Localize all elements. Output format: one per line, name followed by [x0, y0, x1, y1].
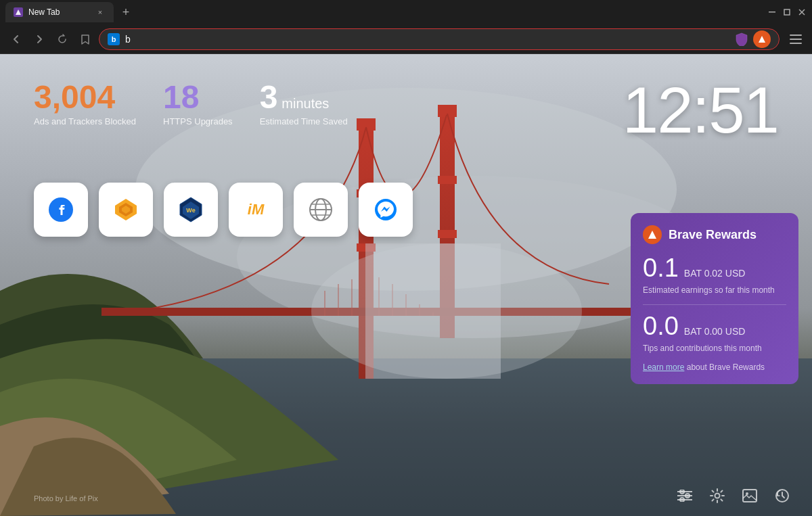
- rewards-tips-number: 0.0: [643, 312, 679, 341]
- history-button[interactable]: [773, 486, 792, 505]
- time-saved-stat: 3 minutes Estimated Time Saved: [260, 81, 348, 126]
- close-button[interactable]: [797, 7, 807, 17]
- restore-button[interactable]: [782, 7, 792, 17]
- quick-icon-wework[interactable]: We: [164, 183, 218, 237]
- rewards-tips-label: Tips and contributions this month: [643, 344, 786, 353]
- quick-icon-facebook[interactable]: [34, 183, 88, 237]
- ads-blocked-stat: 3,004 Ads and Trackers Blocked: [34, 81, 136, 126]
- menu-button[interactable]: [786, 30, 805, 49]
- time-unit: minutes: [281, 96, 329, 112]
- browser-window: New Tab × +: [0, 0, 812, 516]
- rewards-tips-bat: BAT 0.00 USD: [684, 326, 746, 337]
- rewards-header: Brave Rewards: [643, 225, 786, 244]
- reload-button[interactable]: [53, 30, 72, 49]
- quick-icon-messenger[interactable]: [359, 183, 413, 237]
- address-bar[interactable]: b: [99, 28, 780, 50]
- rewards-title: Brave Rewards: [669, 228, 757, 242]
- toolbar: b: [0, 24, 812, 54]
- rewards-logo: [643, 225, 662, 244]
- svg-point-55: [715, 494, 720, 498]
- tab-area: New Tab × +: [5, 2, 762, 22]
- bottom-bar: [675, 486, 792, 505]
- svg-rect-8: [790, 43, 802, 44]
- ads-blocked-number: 3,004: [34, 81, 136, 114]
- wallpaper-button[interactable]: [740, 486, 759, 505]
- search-engine-icon: b: [108, 33, 120, 45]
- window-controls: [767, 7, 807, 17]
- tab-favicon: [14, 7, 23, 17]
- svg-rect-7: [790, 39, 802, 40]
- stats-panel: 3,004 Ads and Trackers Blocked 18 HTTPS …: [34, 81, 348, 126]
- clock: 12:51: [623, 73, 778, 147]
- quick-icon-browser[interactable]: [294, 183, 348, 237]
- svg-point-48: [681, 491, 683, 493]
- brave-shield-icon[interactable]: [734, 32, 749, 47]
- svg-text:We: We: [186, 207, 195, 214]
- https-stat: 18 HTTPS Upgrades: [163, 81, 233, 126]
- new-tab-button[interactable]: +: [116, 3, 135, 22]
- browser-chrome: New Tab × +: [0, 0, 812, 54]
- brave-tab-icon: [15, 9, 22, 16]
- quick-icon-craft[interactable]: [99, 183, 153, 237]
- rewards-earnings-bat: BAT 0.02 USD: [684, 268, 746, 279]
- minimize-button[interactable]: [767, 7, 777, 17]
- time-number: 3: [260, 81, 278, 114]
- bookmark-button[interactable]: [76, 30, 95, 49]
- address-input[interactable]: [125, 34, 729, 45]
- svg-marker-0: [16, 9, 21, 15]
- time-label: Estimated Time Saved: [260, 116, 348, 126]
- svg-rect-6: [790, 34, 802, 36]
- back-button[interactable]: [7, 30, 26, 49]
- ads-blocked-label: Ads and Trackers Blocked: [34, 116, 136, 126]
- brave-rewards-button[interactable]: [753, 30, 771, 48]
- settings-button[interactable]: [708, 486, 727, 505]
- photo-credit: Photo by Life of Pix: [34, 494, 98, 502]
- rewards-footer-text: about Brave Rewards: [684, 362, 765, 372]
- svg-marker-5: [759, 36, 765, 43]
- address-bar-icons: [734, 30, 771, 48]
- rewards-card: Brave Rewards 0.1 BAT 0.02 USD Estimated…: [631, 213, 798, 384]
- https-label: HTTPS Upgrades: [163, 116, 233, 126]
- customize-button[interactable]: [675, 486, 694, 505]
- rewards-divider: [643, 304, 786, 305]
- rewards-earnings-number: 0.1: [643, 254, 679, 283]
- rewards-footer: Learn more about Brave Rewards: [643, 362, 786, 372]
- svg-point-51: [687, 495, 689, 497]
- quick-icon-imazing[interactable]: iM: [229, 183, 283, 237]
- svg-rect-1: [769, 11, 775, 13]
- title-bar: New Tab × +: [0, 0, 812, 24]
- rewards-earnings-amount: 0.1 BAT 0.02 USD: [643, 254, 786, 283]
- svg-marker-45: [648, 231, 656, 239]
- quick-access-grid: We iM: [34, 183, 413, 237]
- rewards-tips-amount: 0.0 BAT 0.00 USD: [643, 312, 786, 341]
- main-content: 3,004 Ads and Trackers Blocked 18 HTTPS …: [0, 54, 812, 516]
- tab-close-button[interactable]: ×: [95, 7, 106, 18]
- stats-row: 3,004 Ads and Trackers Blocked 18 HTTPS …: [34, 81, 348, 126]
- time-saved-numbers: 3 minutes: [260, 81, 348, 116]
- https-number: 18: [163, 81, 233, 114]
- active-tab[interactable]: New Tab ×: [5, 2, 114, 22]
- tab-title-label: New Tab: [28, 7, 89, 17]
- svg-point-54: [681, 499, 683, 501]
- svg-rect-2: [784, 9, 790, 15]
- rewards-earnings-label: Estimated earnings so far this month: [643, 285, 786, 295]
- forward-button[interactable]: [30, 30, 49, 49]
- rewards-learn-more-link[interactable]: Learn more: [643, 362, 684, 372]
